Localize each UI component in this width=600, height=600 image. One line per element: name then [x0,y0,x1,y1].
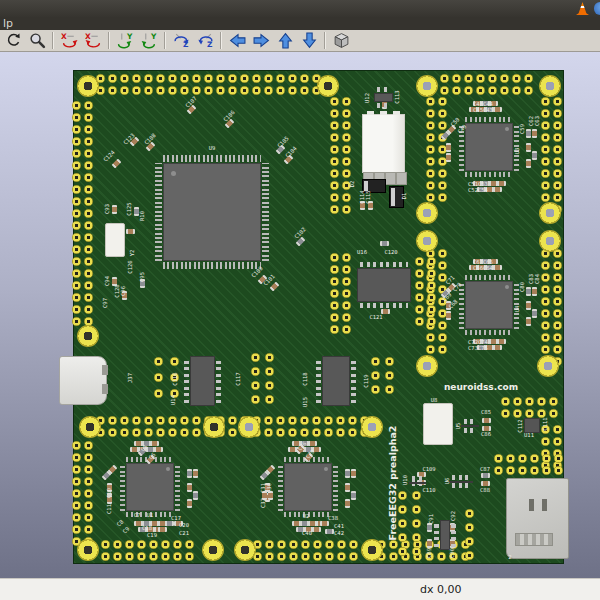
soic-chip-u15 [316,356,356,406]
silkscreen-label: C125 [126,202,132,215]
through-hole-pad [168,416,177,425]
capacitor [526,287,531,296]
through-hole-pad [330,169,339,178]
arrow-left-icon [229,32,246,49]
through-hole-pad [465,509,474,518]
svg-text:X: X [85,32,91,41]
through-hole-pad [426,169,435,178]
silkscreen-label: C88 [480,487,490,493]
through-hole-pad [300,416,309,425]
pan-right-button[interactable] [249,30,273,51]
viewport-3d[interactable]: neuroidss.com FreeEEG32 prealpha2 U9C107… [0,52,600,578]
silkscreen-label: C94 [104,276,110,286]
capacitor [150,441,159,446]
through-hole-pad [216,86,225,95]
through-hole-pad [412,491,421,500]
pan-left-button[interactable] [225,30,249,51]
capacitor [187,469,192,478]
through-hole-pad [342,157,351,166]
through-hole-pad [72,173,81,182]
through-hole-pad [541,309,550,318]
silkscreen-label: C90 [449,548,455,558]
capacitor [497,181,506,186]
through-hole-pad [426,133,435,142]
through-hole-pad [553,309,562,318]
through-hole-pad [72,441,81,450]
through-hole-pad [549,409,558,418]
through-hole-pad [156,428,165,437]
through-hole-pad [426,97,435,106]
through-hole-pad [72,185,81,194]
statusbar: dx 0,00 [0,578,600,600]
silkscreen-label: C86 [481,431,491,437]
capacitor [259,470,269,480]
through-hole-pad [264,416,273,425]
through-hole-pad [530,454,539,463]
silkscreen-label: C91 [428,514,434,524]
silkscreen-label: C112 [517,419,523,432]
through-hole-pad [385,385,394,394]
through-hole-pad [500,74,509,83]
silkscreen-label: C120 [384,249,397,255]
capacitor [345,469,350,478]
through-hole-pad [398,491,407,500]
pan-up-button[interactable] [273,30,297,51]
through-hole-pad [438,261,447,270]
silkscreen-label: C42 [334,530,344,536]
through-hole-pad [438,333,447,342]
capacitor [482,418,491,423]
silkscreen-label: C92 [450,511,456,521]
through-hole-pad [506,454,515,463]
reload-icon [5,32,22,49]
capacitor [532,287,537,296]
through-hole-pad [149,540,158,549]
through-hole-pad [537,397,546,406]
through-hole-pad [264,74,273,83]
capacitor [193,491,198,500]
silkscreen-label: C109 [422,466,435,472]
toolbar-separator [164,32,166,49]
through-hole-pad [427,269,436,278]
through-hole-pad [476,74,485,83]
capacitor [312,527,321,532]
through-hole-pad [161,540,170,549]
through-hole-pad [494,454,503,463]
through-hole-pad [84,137,93,146]
vlc-tray-icon[interactable] [576,2,589,15]
silkscreen-label: C17 [171,515,181,521]
through-hole-pad [72,305,81,314]
through-hole-pad [72,209,81,218]
through-hole-pad [72,281,81,290]
through-hole-pad [337,540,346,549]
through-hole-pad [427,293,436,302]
capacitor [187,483,192,492]
through-hole-pad [348,428,357,437]
micro-sd-slot [506,478,569,559]
through-hole-pad [228,416,237,425]
adc-chip [459,275,519,335]
through-hole-pad [525,397,534,406]
rotate-z-cw-button[interactable]: Z [169,30,193,51]
rotate-x-cw-button[interactable]: X [57,30,81,51]
through-hole-pad [132,86,141,95]
rotate-y-ccw-button[interactable]: Y [137,30,161,51]
rotate-x-ccw-button[interactable]: X [81,30,105,51]
through-hole-pad [137,552,146,561]
through-hole-pad [312,428,321,437]
rotate-z-ccw-button[interactable]: Z [193,30,217,51]
through-hole-pad [173,540,182,549]
rotate-y-cw-button[interactable]: Y [113,30,137,51]
through-hole-pad [84,245,93,254]
pan-down-button[interactable] [297,30,321,51]
reload-view-button[interactable] [1,30,25,51]
ortho-projection-button[interactable] [329,30,353,51]
menu-help-partial[interactable]: lp [3,17,13,30]
through-hole-pad [553,181,562,190]
silkscreen-label: U10 [402,475,408,485]
through-hole-pad [541,193,550,202]
through-hole-pad [440,74,449,83]
tray-app-icon-partial[interactable] [594,2,600,15]
through-hole-pad [144,74,153,83]
zoom-fit-button[interactable] [25,30,49,51]
through-hole-pad [84,149,93,158]
